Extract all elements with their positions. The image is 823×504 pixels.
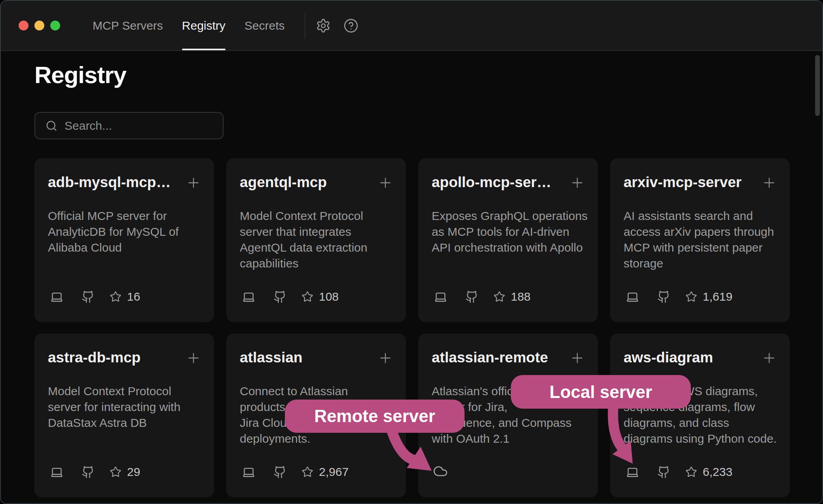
- settings-button[interactable]: [316, 18, 331, 33]
- tab-mcp-servers[interactable]: MCP Servers: [93, 1, 163, 50]
- description-line: access arXiv papers through: [624, 224, 780, 240]
- laptop-icon: [242, 466, 255, 479]
- title-bar: MCP Servers Registry Secrets: [1, 1, 822, 51]
- laptop-icon: [626, 290, 639, 303]
- github-icon: [273, 466, 286, 479]
- help-circle-icon: [343, 18, 358, 33]
- star-icon: [685, 466, 697, 478]
- github-icon: [657, 466, 670, 479]
- server-name: arxiv-mcp-server: [624, 174, 752, 191]
- plus-icon: [186, 175, 201, 191]
- github-icon: [657, 290, 670, 303]
- server-name: apollo-mcp-ser…: [432, 174, 560, 191]
- star-icon: [110, 466, 121, 478]
- zoom-window-button[interactable]: [50, 21, 60, 30]
- star-icon: [302, 466, 313, 478]
- server-name: atlassian: [240, 349, 368, 366]
- laptop-icon: [242, 290, 255, 303]
- add-server-button[interactable]: [377, 350, 393, 366]
- description-line: AI assistants search and: [624, 208, 780, 224]
- tab-registry[interactable]: Registry: [182, 1, 226, 50]
- star-icon: [110, 291, 121, 303]
- description-line: with OAuth 2.1: [432, 431, 588, 447]
- plus-icon: [186, 350, 201, 366]
- card-footer: 1,619: [626, 289, 732, 305]
- add-server-button[interactable]: [377, 175, 393, 191]
- description-line: DataStax Astra DB: [48, 415, 205, 431]
- plus-icon: [569, 350, 585, 366]
- description-line: Alibaba Cloud: [48, 240, 205, 256]
- cloud-icon: [433, 464, 448, 479]
- add-server-button[interactable]: [761, 175, 777, 191]
- add-server-button[interactable]: [186, 175, 201, 191]
- server-name: aws-diagram: [624, 349, 752, 366]
- card-footer: 188: [434, 289, 531, 305]
- server-description: Model Context Protocolserver that integr…: [240, 208, 396, 271]
- description-line: Model Context Protocol: [240, 208, 396, 224]
- card-footer: 108: [242, 289, 339, 305]
- search-box: [34, 112, 224, 139]
- description-line: server that integrates: [240, 224, 396, 240]
- server-card[interactable]: agentql-mcp Model Context Protocolserver…: [226, 158, 406, 322]
- tab-secrets[interactable]: Secrets: [245, 1, 285, 50]
- remote-server-callout: Remote server: [285, 400, 465, 433]
- server-description: Exposes GraphQL operationsas MCP tools f…: [432, 208, 588, 256]
- description-line: AnalyticDB for MySQL of: [48, 224, 205, 240]
- gear-icon: [316, 18, 331, 33]
- description-line: as MCP tools for AI-driven: [432, 224, 588, 240]
- plus-icon: [569, 175, 585, 191]
- laptop-icon: [626, 466, 639, 479]
- add-server-button[interactable]: [569, 350, 585, 366]
- plus-icon: [761, 350, 777, 366]
- description-line: AgentQL data extraction: [240, 240, 396, 256]
- server-description: Official MCP server forAnalyticDB for My…: [48, 208, 205, 256]
- server-name: astra-db-mcp: [48, 349, 176, 366]
- description-line: deployments.: [240, 431, 396, 447]
- card-footer: 16: [50, 289, 140, 305]
- traffic-lights: [19, 21, 60, 30]
- description-line: diagrams, and class: [624, 415, 780, 431]
- add-server-button[interactable]: [761, 350, 777, 366]
- description-line: MCP with persistent paper: [624, 240, 780, 256]
- server-name: agentql-mcp: [240, 174, 368, 191]
- server-name: adb-mysql-mcp…: [48, 174, 176, 191]
- topbar-divider: [305, 13, 305, 39]
- server-card[interactable]: aws-diagram Generate AWS diagrams,sequen…: [610, 333, 790, 497]
- description-line: Connect to Atlassian: [240, 383, 396, 399]
- page-title: Registry: [34, 61, 126, 89]
- registry-card-grid: adb-mysql-mcp… Official MCP server forAn…: [34, 158, 790, 497]
- local-server-callout: Local server: [511, 375, 691, 409]
- help-button[interactable]: [343, 18, 358, 33]
- plus-icon: [761, 175, 777, 191]
- description-line: Official MCP server for: [48, 208, 205, 224]
- star-count: 29: [127, 465, 140, 479]
- search-input[interactable]: [64, 119, 218, 133]
- star-count: 16: [127, 290, 140, 303]
- star-icon: [685, 291, 697, 303]
- server-card[interactable]: adb-mysql-mcp… Official MCP server forAn…: [34, 158, 214, 322]
- server-card[interactable]: arxiv-mcp-server AI assistants search an…: [610, 158, 790, 322]
- github-icon: [465, 290, 478, 303]
- github-icon: [273, 290, 286, 303]
- scrollbar-thumb[interactable]: [815, 55, 820, 116]
- description-line: Exposes GraphQL operations: [432, 208, 588, 224]
- description-line: server for interacting with: [48, 399, 205, 415]
- github-icon: [82, 466, 95, 479]
- plus-icon: [377, 175, 393, 191]
- server-card[interactable]: astra-db-mcp Model Context Protocolserve…: [34, 333, 214, 497]
- server-description: AI assistants search andaccess arXiv pap…: [624, 208, 780, 271]
- server-name: atlassian-remote: [432, 349, 560, 366]
- server-card[interactable]: apollo-mcp-ser… Exposes GraphQL operatio…: [418, 158, 598, 322]
- star-count: 1,619: [703, 290, 732, 303]
- main-nav-tabs: MCP Servers Registry Secrets: [93, 1, 285, 50]
- add-server-button[interactable]: [569, 175, 585, 191]
- description-line: Model Context Protocol: [48, 383, 205, 399]
- github-icon: [82, 290, 95, 303]
- card-footer: 29: [50, 464, 140, 480]
- search-icon: [46, 120, 57, 132]
- close-window-button[interactable]: [19, 21, 28, 30]
- minimize-window-button[interactable]: [34, 21, 44, 30]
- plus-icon: [377, 350, 393, 366]
- card-footer: [434, 464, 448, 480]
- add-server-button[interactable]: [186, 350, 201, 366]
